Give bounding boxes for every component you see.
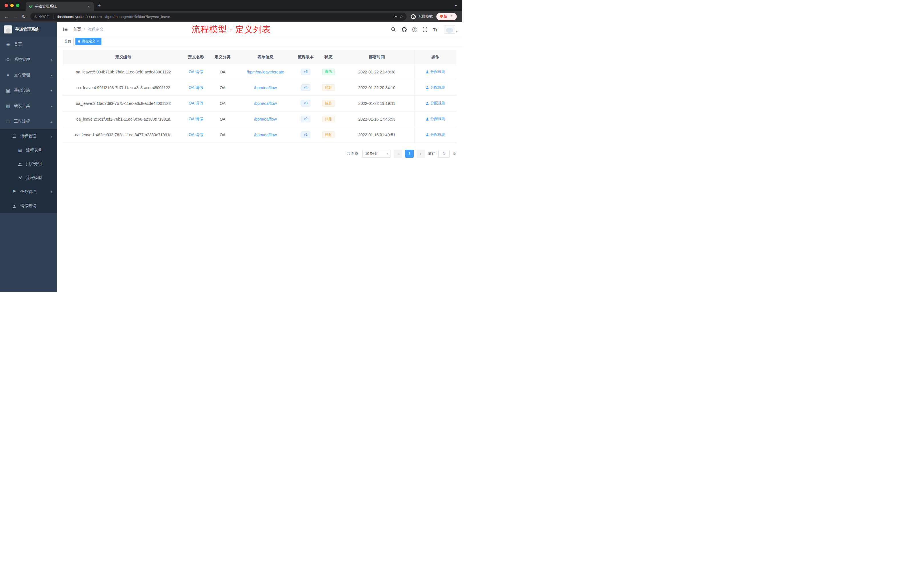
window-close-button[interactable] [5,4,8,7]
assign-rule-label: 分配规则 [430,69,445,74]
sidebar-item-home[interactable]: ◉ 首页 [0,36,57,52]
page-size-select[interactable]: 10条/页 ▾ [362,150,391,158]
cell-form-link[interactable]: /bpm/oa/leave/create [237,64,294,80]
sidebar-item-label: 请假查询 [20,203,36,209]
version-badge[interactable]: v2 [301,116,310,122]
cell-category: OA [208,96,237,111]
sidebar-item-label: 流程管理 [20,134,36,139]
version-badge[interactable]: v3 [301,100,310,107]
tag-home[interactable]: 首页 [62,38,74,45]
table-header-row: 定义编号 定义名称 定义分类 表单信息 流程版本 状态 部署时间 操作 [63,50,456,64]
assign-rule-button[interactable]: 分配规则 [426,101,445,106]
sidebar-item-payment[interactable]: ¥ 支付管理 ▾ [0,68,57,83]
sidebar-item-task-management[interactable]: ⚑ 任务管理 ▾ [0,185,57,199]
cell-time: 2022-01-22 20:34:10 [340,80,414,96]
security-chip[interactable]: ⚠ 不安全 [34,14,50,19]
pagination-total: 共 5 条 [347,151,358,156]
cell-form-link[interactable]: /bpm/oa/flow [237,127,294,143]
cell-name-link[interactable]: OA 请假 [184,111,208,127]
tag-label: 流程定义 [82,39,96,44]
cell-form-link[interactable]: /bpm/oa/flow [237,96,294,111]
sidebar-item-infrastructure[interactable]: ▣ 基础设施 ▾ [0,83,57,98]
page-number-button[interactable]: 1 [405,150,414,158]
tag-process-definition[interactable]: 流程定义 × [76,38,101,45]
font-large-glyph: T [433,27,436,32]
definition-table: 定义编号 定义名称 定义分类 表单信息 流程版本 状态 部署时间 操作 oa_l… [63,50,456,143]
github-icon[interactable] [401,27,407,32]
assign-rule-label: 分配规则 [430,101,445,106]
kebab-menu-icon[interactable]: ⋮ [449,14,454,19]
cell-name-link[interactable]: OA 请假 [184,64,208,80]
column-header-form: 表单信息 [237,50,294,64]
column-header-version: 流程版本 [294,50,317,64]
gear-icon: ⚙ [5,57,11,62]
sidebar-item-workflow[interactable]: □ 工作流程 ▴ [0,114,57,129]
sidebar-logo[interactable]: 芋道管理系统 [0,22,57,36]
sidebar: 芋道管理系统 ◉ 首页 ⚙ 系统管理 ▾ ¥ 支付管理 ▾ ▣ 基础设施 ▾ ▦… [0,22,57,292]
assign-rule-button[interactable]: 分配规则 [426,116,445,121]
window-minimize-button[interactable] [10,4,14,7]
omnibox-divider [53,15,53,18]
password-key-icon[interactable] [393,14,398,19]
cell-name-link[interactable]: OA 请假 [184,96,208,111]
reload-button[interactable]: ↻ [20,12,28,21]
sidebar-item-process-form[interactable]: ▤ 流程表单 [0,144,57,157]
browser-tab-strip: 芋道管理系统 × + ▾ [0,0,462,11]
form-icon: ▤ [17,148,23,153]
cell-category: OA [208,127,237,143]
version-badge[interactable]: v4 [301,84,310,91]
sidebar-item-leave-query[interactable]: 请假查询 [0,199,57,213]
tab-title: 芋道管理系统 [35,4,84,9]
navbar-actions: ? TT ▾ [391,25,457,34]
back-button[interactable]: ← [2,12,11,21]
cell-category: OA [208,80,237,96]
sidebar-item-user-group[interactable]: 用户分组 [0,157,57,171]
user-avatar-menu[interactable]: ▾ [444,25,457,34]
cell-name-link[interactable]: OA 请假 [184,80,208,96]
tab-close-icon[interactable]: × [87,4,91,9]
assign-rule-button[interactable]: 分配规则 [426,69,445,74]
assign-rule-button[interactable]: 分配规则 [426,132,445,137]
sidebar-item-devtools[interactable]: ▦ 研发工具 ▾ [0,98,57,114]
next-page-button[interactable]: › [417,150,425,158]
tab-search-icon[interactable]: ▾ [450,3,462,8]
assign-rule-button[interactable]: 分配规则 [426,85,445,90]
breadcrumb-home[interactable]: 首页 [73,27,81,32]
new-tab-button[interactable]: + [95,1,104,10]
prev-page-button[interactable]: ‹ [394,150,402,158]
goto-page-input[interactable] [438,150,450,158]
sidebar-collapse-icon[interactable] [62,26,69,33]
breadcrumb-separator: / [84,27,85,32]
sidebar-item-process-model[interactable]: 流程模型 [0,171,57,185]
update-label[interactable]: 更新 [440,14,447,19]
cell-category: OA [208,111,237,127]
flag-icon: ⚑ [12,189,17,194]
cell-name-link[interactable]: OA 请假 [184,127,208,143]
font-size-icon[interactable]: TT [433,27,437,32]
sidebar-submenu-workflow: ☰ 流程管理 ▴ ▤ 流程表单 用户分组 流程模型 ⚑ [0,129,57,213]
forward-button[interactable]: → [11,12,20,21]
bookmark-star-icon[interactable]: ☆ [399,14,403,19]
cell-form-link[interactable]: /bpm/oa/flow [237,80,294,96]
version-badge[interactable]: v1 [301,132,310,138]
version-badge[interactable]: v5 [301,69,310,75]
browser-tab[interactable]: 芋道管理系统 × [26,2,94,11]
fullscreen-icon[interactable] [422,27,427,32]
cell-time: 2022-01-22 21:48:38 [340,64,414,80]
window-zoom-button[interactable] [16,4,20,7]
font-small-glyph: T [436,29,437,32]
address-bar[interactable]: ⚠ 不安全 dashboard.yudao.iocoder.cn /bpm/ma… [30,13,407,21]
logo-avatar [4,25,12,34]
sidebar-item-process-management[interactable]: ☰ 流程管理 ▴ [0,129,57,144]
tag-close-icon[interactable]: × [97,40,99,43]
breadcrumb: 首页 / 流程定义 [73,27,104,32]
browser-menu-update-chip[interactable]: 更新 ⋮ [436,13,457,20]
help-icon[interactable]: ? [412,27,417,32]
sidebar-item-system[interactable]: ⚙ 系统管理 ▾ [0,52,57,68]
select-caret-icon: ▾ [386,152,388,155]
annotation-overlay: 流程模型 - 定义列表 [191,24,271,35]
cell-form-link[interactable]: /bpm/oa/flow [237,111,294,127]
page-content: 定义编号 定义名称 定义分类 表单信息 流程版本 状态 部署时间 操作 oa_l… [57,46,462,292]
search-icon[interactable] [391,27,396,32]
infrastructure-icon: ▣ [5,88,11,93]
